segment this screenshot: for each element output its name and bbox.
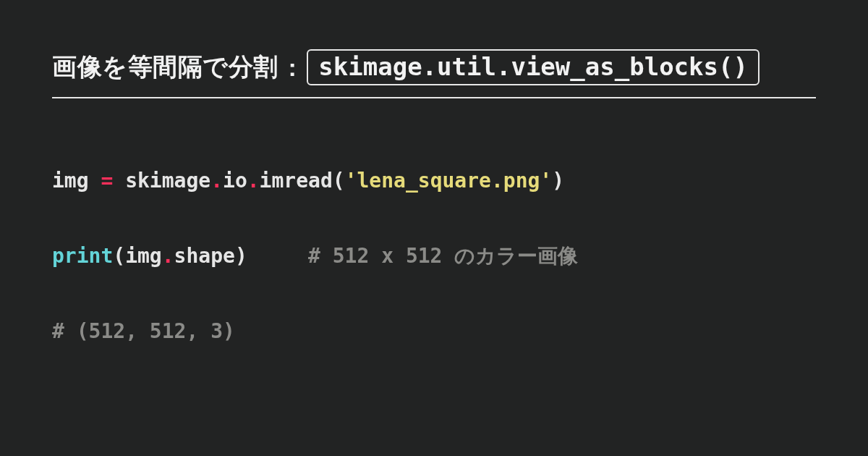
heading-colon: : — [289, 54, 297, 82]
builtin-print: print — [52, 244, 113, 268]
string-literal: 'lena_square.png' — [345, 169, 553, 193]
code-line-2: print(img.shape) # 512 x 512 のカラー画像 — [52, 237, 816, 275]
var-img: img — [52, 169, 89, 193]
divider — [52, 97, 816, 98]
assign-op: = — [101, 169, 113, 193]
comment: # 512 x 512 のカラー画像 — [308, 244, 578, 268]
blank-line — [52, 388, 816, 426]
code-line-3: # (512, 512, 3) — [52, 313, 816, 350]
code-line-1: img = skimage.io.imread('lena_square.png… — [52, 162, 816, 200]
heading-text: 画像を等間隔で分割 — [52, 51, 278, 84]
comment: # (512, 512, 3) — [52, 319, 235, 343]
heading-function-box: skimage.util.view_as_blocks() — [307, 49, 760, 85]
code-block: img = skimage.io.imread('lena_square.png… — [52, 124, 816, 456]
heading: 画像を等間隔で分割: skimage.util.view_as_blocks() — [52, 49, 816, 85]
